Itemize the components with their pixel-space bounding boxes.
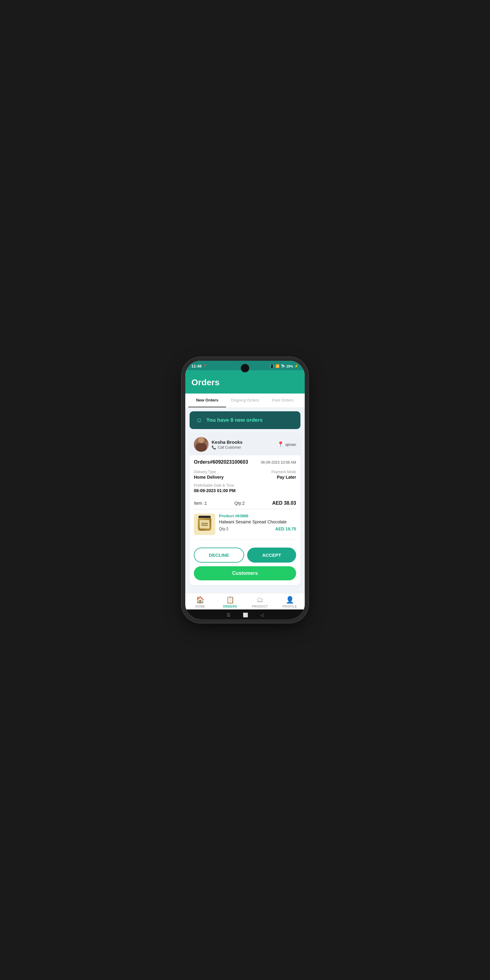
payment-mode-col: Payment Mode Pay Later <box>271 470 296 480</box>
customer-name: Kesha Brooks <box>212 439 243 445</box>
new-orders-text: You have 8 new orders <box>206 417 262 423</box>
product-info: Product #63966 Halwani Sesame Spread Cho… <box>219 514 296 531</box>
nav-profile[interactable]: 👤 PROFILE <box>275 596 305 608</box>
product-image: SESAMESPREAD <box>194 514 215 535</box>
location-info: 📍 ajman <box>277 441 296 448</box>
battery-icon: ⚡ <box>294 364 299 368</box>
camera-notch <box>241 364 249 372</box>
product-qty-price: Qty:2 AED 19.75 <box>219 527 296 531</box>
android-back-btn[interactable]: ◁ <box>260 612 264 617</box>
phone-icon: 📞 <box>212 445 216 450</box>
decline-button[interactable]: DECLINE <box>194 547 244 563</box>
nav-home[interactable]: 🏠 HOME <box>185 596 215 608</box>
delivery-type-col: Delivery Type Home Delivery <box>194 470 224 480</box>
status-time: 11:48 📍 <box>191 364 207 368</box>
location-status-icon: 📍 <box>203 364 207 368</box>
product-id: Product #63966 <box>219 514 296 518</box>
time-display: 11:48 <box>191 364 202 368</box>
page-header: Orders <box>185 370 305 393</box>
signal-icon: 📡 <box>281 364 285 368</box>
tab-bar: New Orders Ongoing Orders Past Orders <box>185 393 305 407</box>
order-card: Kesha Brooks 📞 Call Customer 📍 ajman <box>189 433 301 585</box>
map-pin-icon: 📍 <box>277 441 284 448</box>
jar-body: SESAMESPREAD <box>198 518 211 531</box>
product-item: SESAMESPREAD Product #63966 Halwani Sesa… <box>194 514 296 539</box>
nav-product[interactable]: 🗂 PRODUCT <box>245 596 275 608</box>
order-number-row: Orders#6092023100603 06-09-2023 10:06 AM <box>194 459 296 466</box>
product-price: AED 19.75 <box>275 527 296 531</box>
customers-button[interactable]: Customers <box>194 566 296 580</box>
tab-new-orders[interactable]: New Orders <box>188 393 226 407</box>
nav-profile-label: PROFILE <box>283 605 297 608</box>
customer-left: Kesha Brooks 📞 Call Customer <box>194 437 243 452</box>
battery-display: 29% <box>286 364 293 368</box>
order-date: 06-09-2023 10:06 AM <box>261 460 296 465</box>
tab-past-orders[interactable]: Past Orders <box>264 393 302 407</box>
bottom-navigation: 🏠 HOME 📋 ORDERS 🗂 PRODUCT 👤 PROFILE <box>185 593 305 609</box>
profile-icon: 👤 <box>286 596 294 604</box>
content-area: ☺ You have 8 new orders <box>185 407 305 593</box>
vibrate-icon: 📳 <box>270 364 274 368</box>
action-buttons: DECLINE ACCEPT <box>189 547 301 566</box>
preferable-label: Preferbable Date & Time <box>194 483 296 488</box>
payment-mode-label: Payment Mode <box>271 470 296 474</box>
nav-orders-label: ORDERS <box>223 605 237 608</box>
home-icon: 🏠 <box>196 596 204 604</box>
customer-info-row: Kesha Brooks 📞 Call Customer 📍 ajman <box>189 433 301 455</box>
phone-screen: 11:48 📍 📳 📶 📡 29% ⚡ Orders New Orders On… <box>185 361 305 619</box>
page-title: Orders <box>191 378 299 387</box>
item-total-price: AED 38.03 <box>272 500 296 506</box>
order-number: Orders#6092023100603 <box>194 459 248 466</box>
call-row[interactable]: 📞 Call Customer <box>212 445 243 450</box>
orders-icon: 📋 <box>226 596 234 604</box>
tab-ongoing-orders[interactable]: Ongoing Orders <box>226 393 264 407</box>
nav-product-label: PRODUCT <box>252 605 268 608</box>
item-count: Item :1 <box>194 501 207 506</box>
phone-frame: 11:48 📍 📳 📶 📡 29% ⚡ Orders New Orders On… <box>185 361 305 619</box>
call-label: Call Customer <box>218 445 241 450</box>
android-home-btn[interactable]: ⬜ <box>243 612 248 617</box>
preferable-value: 08-09-2023 01:00 PM <box>194 488 296 493</box>
customer-details: Kesha Brooks 📞 Call Customer <box>212 439 243 450</box>
item-qty: Qty:2 <box>235 501 245 506</box>
accept-button[interactable]: ACCEPT <box>247 547 296 563</box>
wifi-icon: 📶 <box>275 364 280 368</box>
product-qty: Qty:2 <box>219 527 229 531</box>
product-name: Halwani Sesame Spread Chocolate <box>219 519 296 525</box>
nav-orders[interactable]: 📋 ORDERS <box>215 596 245 608</box>
payment-mode-value: Pay Later <box>271 475 296 480</box>
android-navigation-bar: ☰ ⬜ ◁ <box>185 609 305 619</box>
android-menu-btn[interactable]: ☰ <box>227 612 231 617</box>
item-summary-row: Item :1 Qty:2 AED 38.03 <box>194 497 296 509</box>
delivery-payment-row: Delivery Type Home Delivery Payment Mode… <box>194 470 296 480</box>
delivery-type-label: Delivery Type <box>194 470 224 474</box>
customer-avatar <box>194 437 208 452</box>
preferable-section: Preferbable Date & Time 08-09-2023 01:00… <box>194 483 296 493</box>
order-details: Orders#6092023100603 06-09-2023 10:06 AM… <box>189 455 301 547</box>
nav-home-label: HOME <box>196 605 205 608</box>
new-orders-banner: ☺ You have 8 new orders <box>189 411 301 429</box>
delivery-type-value: Home Delivery <box>194 475 224 480</box>
location-text: ajman <box>285 442 296 447</box>
smiley-icon: ☺ <box>196 416 202 424</box>
product-icon: 🗂 <box>257 596 263 604</box>
jar-label: SESAMESPREAD <box>200 520 210 528</box>
status-icons: 📳 📶 📡 29% ⚡ <box>270 364 299 368</box>
